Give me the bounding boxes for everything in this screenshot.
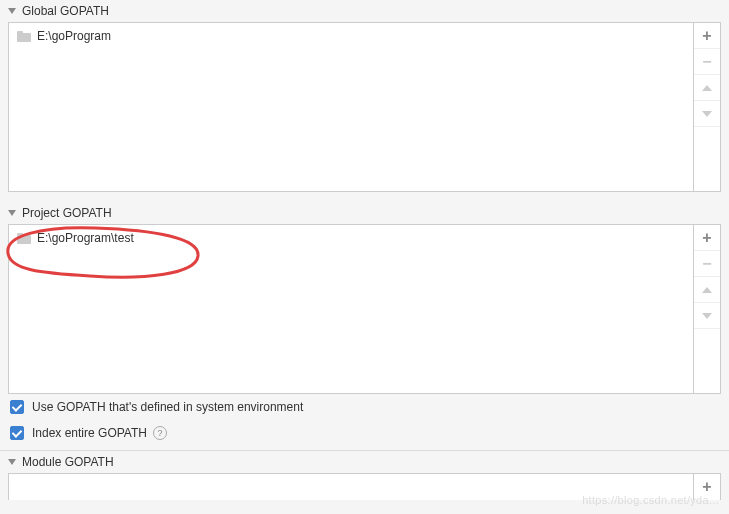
index-gopath-row[interactable]: Index entire GOPATH ? bbox=[0, 420, 729, 446]
arrow-up-icon bbox=[702, 85, 712, 91]
path-text: E:\goProgram bbox=[37, 29, 111, 43]
expand-icon bbox=[8, 210, 16, 216]
global-gopath-title: Global GOPATH bbox=[22, 4, 109, 18]
folder-icon bbox=[17, 31, 31, 42]
project-gopath-list: E:\goProgram\test + − bbox=[8, 224, 721, 394]
expand-icon bbox=[8, 8, 16, 14]
project-gopath-buttons: + − bbox=[693, 225, 720, 393]
move-up-button[interactable] bbox=[694, 75, 720, 101]
module-gopath-title: Module GOPATH bbox=[22, 455, 114, 469]
path-text: E:\goProgram\test bbox=[37, 231, 134, 245]
project-gopath-title: Project GOPATH bbox=[22, 206, 112, 220]
move-up-button[interactable] bbox=[694, 277, 720, 303]
folder-icon bbox=[17, 233, 31, 244]
global-gopath-header[interactable]: Global GOPATH bbox=[0, 0, 729, 22]
add-button[interactable]: + bbox=[694, 225, 720, 251]
remove-button[interactable]: − bbox=[694, 251, 720, 277]
list-item[interactable]: E:\goProgram\test bbox=[13, 229, 689, 247]
watermark: https://blog.csdn.net/yda... bbox=[582, 494, 719, 506]
global-gopath-content[interactable]: E:\goProgram bbox=[9, 23, 693, 191]
arrow-down-icon bbox=[702, 313, 712, 319]
use-gopath-row[interactable]: Use GOPATH that's defined in system envi… bbox=[0, 394, 729, 420]
move-down-button[interactable] bbox=[694, 101, 720, 127]
module-gopath-header[interactable]: Module GOPATH bbox=[0, 451, 729, 473]
arrow-down-icon bbox=[702, 111, 712, 117]
help-icon[interactable]: ? bbox=[153, 426, 167, 440]
global-gopath-list: E:\goProgram + − bbox=[8, 22, 721, 192]
index-gopath-label: Index entire GOPATH bbox=[32, 426, 147, 440]
use-gopath-checkbox[interactable] bbox=[10, 400, 24, 414]
remove-button[interactable]: − bbox=[694, 49, 720, 75]
arrow-up-icon bbox=[702, 287, 712, 293]
index-gopath-checkbox[interactable] bbox=[10, 426, 24, 440]
use-gopath-label: Use GOPATH that's defined in system envi… bbox=[32, 400, 303, 414]
global-gopath-buttons: + − bbox=[693, 23, 720, 191]
move-down-button[interactable] bbox=[694, 303, 720, 329]
project-gopath-content[interactable]: E:\goProgram\test bbox=[9, 225, 693, 393]
add-button[interactable]: + bbox=[694, 23, 720, 49]
expand-icon bbox=[8, 459, 16, 465]
list-item[interactable]: E:\goProgram bbox=[13, 27, 689, 45]
project-gopath-header[interactable]: Project GOPATH bbox=[0, 202, 729, 224]
